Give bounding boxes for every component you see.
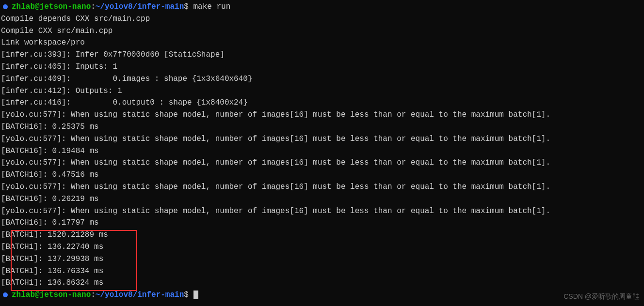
output-batch16-2: [BATCH16]: 0.47516 ms — [0, 169, 644, 181]
prompt-user: zhlab@jetson-nano — [12, 291, 91, 299]
output-infer-416: [infer.cu:416]: 0.output0 : shape {1x840… — [0, 97, 644, 109]
output-yolo-warning-5: [yolo.cu:577]: When using static shape m… — [0, 205, 644, 217]
prompt-path: ~/yolov8/infer-main — [96, 2, 184, 11]
bullet-icon — [3, 4, 8, 9]
output-yolo-warning-1: [yolo.cu:577]: When using static shape m… — [0, 109, 644, 121]
prompt-line-2[interactable]: zhlab@jetson-nano:~/yolov8/infer-main$ — [0, 289, 644, 301]
output-infer-409: [infer.cu:409]: 0.images : shape {1x3x64… — [0, 73, 644, 85]
output-batch16-4: [BATCH16]: 0.17797 ms — [0, 217, 644, 229]
prompt-separator: : — [91, 291, 96, 299]
prompt-user: zhlab@jetson-nano — [12, 2, 91, 11]
prompt-dollar: $ — [184, 2, 189, 11]
output-yolo-warning-3: [yolo.cu:577]: When using static shape m… — [0, 157, 644, 169]
output-infer-393: [infer.cu:393]: Infer 0x7f70000d60 [Stat… — [0, 49, 644, 61]
output-batch1-0: [BATCH1]: 1520.21289 ms — [0, 229, 644, 241]
output-batch16-1: [BATCH16]: 0.19484 ms — [0, 145, 644, 157]
output-link: Link workspace/pro — [0, 37, 644, 49]
prompt-path: ~/yolov8/infer-main — [96, 291, 184, 299]
output-batch1-3: [BATCH1]: 136.76334 ms — [0, 265, 644, 277]
prompt-line-1: zhlab@jetson-nano:~/yolov8/infer-main$ m… — [0, 1, 644, 13]
output-compile-depends: Compile depends CXX src/main.cpp — [0, 13, 644, 25]
cursor-icon — [193, 291, 198, 299]
watermark-text: CSDN @爱听歌的周童鞋 — [564, 291, 639, 302]
output-batch16-0: [BATCH16]: 0.25375 ms — [0, 121, 644, 133]
prompt-dollar: $ — [184, 291, 189, 299]
output-infer-405: [infer.cu:405]: Inputs: 1 — [0, 61, 644, 73]
output-batch1-4: [BATCH1]: 136.86324 ms — [0, 277, 644, 289]
output-batch1-1: [BATCH1]: 136.22740 ms — [0, 241, 644, 253]
bullet-icon — [3, 292, 8, 297]
output-batch1-2: [BATCH1]: 137.29938 ms — [0, 253, 644, 265]
terminal-window[interactable]: zhlab@jetson-nano:~/yolov8/infer-main$ m… — [0, 0, 644, 302]
output-compile-cxx: Compile CXX src/main.cpp — [0, 25, 644, 37]
output-yolo-warning-2: [yolo.cu:577]: When using static shape m… — [0, 133, 644, 145]
prompt-separator: : — [91, 2, 96, 11]
output-batch16-3: [BATCH16]: 0.26219 ms — [0, 193, 644, 205]
command-text: make run — [193, 2, 231, 11]
output-yolo-warning-4: [yolo.cu:577]: When using static shape m… — [0, 181, 644, 193]
output-infer-412: [infer.cu:412]: Outputs: 1 — [0, 85, 644, 97]
